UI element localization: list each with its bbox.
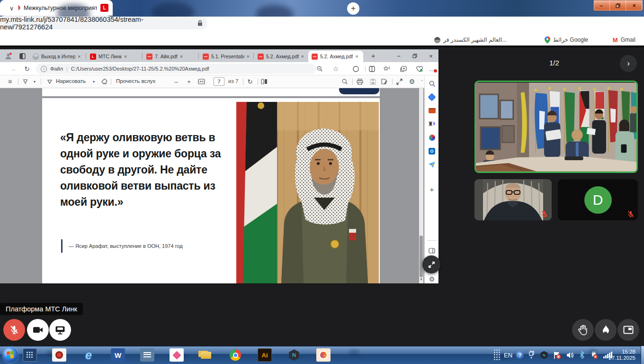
screen-share-button[interactable] (49, 319, 71, 341)
raise-hand-button[interactable] (572, 319, 594, 341)
taskbar-app-browser[interactable]: e (81, 348, 96, 362)
taskbar-app-word[interactable]: W (111, 348, 125, 362)
tray-help-icon[interactable]: ? (515, 346, 525, 364)
edge-tab-aya[interactable]: 7. Айя.pdf × (143, 51, 198, 62)
taskbar-app-folder[interactable] (199, 348, 213, 362)
zoom-out-icon[interactable] (315, 64, 324, 73)
dropdown-caret-icon[interactable]: ▾ (89, 77, 98, 86)
favorite-star-icon[interactable]: ☆ (331, 64, 340, 73)
split-screen-icon[interactable] (367, 64, 376, 73)
print-icon[interactable] (356, 77, 364, 86)
eraser-icon[interactable] (100, 77, 108, 86)
close-tab-icon[interactable]: × (78, 54, 80, 59)
edge-tab-akhmed-active[interactable]: 5.2. Ахмед.pdf × (308, 51, 363, 62)
edge-profile-icon[interactable] (4, 52, 12, 60)
fullscreen-icon[interactable] (395, 77, 403, 86)
zoom-in-button[interactable]: + (185, 77, 193, 86)
fit-width-icon[interactable] (197, 77, 206, 86)
read-aloud-label[interactable]: Прочесть вслух (116, 78, 155, 84)
taskbar-app-photos[interactable] (170, 348, 184, 362)
edge-back-icon[interactable]: ← (9, 64, 18, 73)
close-tab-icon[interactable]: × (180, 54, 183, 59)
page-view-icon[interactable] (260, 77, 268, 86)
rotate-icon[interactable]: ↻ (246, 77, 254, 86)
video-tile-participant-d[interactable]: D (558, 179, 638, 220)
edge-tab-internet[interactable]: Выход в Интернет × (29, 51, 85, 62)
bookmark-item-maps[interactable]: خرائط Google (545, 36, 588, 44)
scrollbar-down-arrow[interactable]: ▾ (419, 276, 424, 282)
sidebar-settings-gear-icon[interactable]: ⚙ (426, 273, 438, 285)
pdf-viewport[interactable]: «Я держу оливковую ветвь в одной руке и … (0, 88, 424, 283)
tray-volume-icon[interactable] (564, 346, 576, 364)
tab-search-button[interactable]: ∨ (5, 1, 18, 15)
minimize-button[interactable]: – (593, 0, 610, 11)
show-desktop-button[interactable] (641, 346, 644, 364)
edge-address-bar[interactable]: i Файл | C:/Users/user253/Desktop/27-11-… (36, 64, 316, 74)
draw-label[interactable]: Нарисовать (56, 78, 86, 84)
taskbar-app-files[interactable] (140, 348, 154, 362)
close-tab-icon[interactable]: × (124, 54, 127, 59)
edge-minimize-button[interactable]: – (394, 52, 403, 60)
search-document-icon[interactable] (340, 77, 349, 86)
sidebar-games-icon[interactable]: ♜♜ (426, 118, 438, 129)
tray-clock[interactable]: 15:28 27.11.2025 (595, 346, 635, 364)
edge-new-tab-button[interactable]: + (369, 52, 377, 60)
taskbar-app-chrome[interactable] (228, 348, 242, 362)
start-button[interactable] (3, 347, 18, 363)
sidebar-outlook-icon[interactable]: O (426, 146, 438, 157)
video-tile-conference-room[interactable] (474, 81, 638, 173)
dropdown-caret-icon[interactable]: ▾ (30, 77, 39, 86)
sidebar-m365-icon[interactable] (426, 132, 438, 143)
reactions-button[interactable] (595, 319, 617, 341)
video-tile-speaker[interactable] (474, 179, 552, 220)
pdf-settings-gear-icon[interactable]: ⚙ (408, 77, 416, 86)
taskbar-app-paint[interactable] (316, 348, 331, 362)
taskbar-app-nox[interactable]: N (287, 348, 301, 362)
address-bar[interactable]: my.mts-link.ru/j/53707841/8238060354/str… (0, 17, 207, 29)
edge-restore-button[interactable] (410, 52, 420, 60)
highlighter-icon[interactable] (21, 77, 29, 86)
microphone-button[interactable] (3, 319, 25, 341)
browser-essentials-icon[interactable] (415, 64, 424, 73)
layout-button[interactable] (617, 319, 639, 341)
draw-pen-icon[interactable] (45, 77, 54, 86)
taskbar-app-illustrator[interactable]: Ai (258, 348, 272, 362)
language-indicator[interactable]: EN (502, 346, 514, 364)
collections-icon[interactable] (383, 64, 391, 73)
edge-close-button[interactable]: × (426, 52, 436, 60)
sidebar-drop-icon[interactable] (426, 159, 438, 170)
sidebar-add-icon[interactable]: + (426, 183, 438, 195)
expand-stage-button[interactable] (422, 255, 440, 273)
tray-nox-icon[interactable]: N (539, 346, 549, 364)
close-button[interactable]: × (626, 0, 643, 11)
close-tab-icon[interactable]: × (247, 54, 250, 59)
restore-button[interactable] (610, 0, 626, 11)
sidebar-toolbox-icon[interactable] (426, 105, 438, 116)
tab-groups-icon[interactable] (399, 64, 408, 73)
tab-actions-icon[interactable] (18, 52, 27, 60)
sidebar-search-icon[interactable] (426, 78, 438, 89)
taskbar-app-remote[interactable] (23, 348, 37, 362)
edge-menu-icon[interactable]: … (428, 64, 437, 73)
taskbar-app-media[interactable] (52, 348, 66, 362)
pdf-scrollbar-thumb[interactable] (420, 236, 423, 277)
bookmark-item[interactable]: العالم الشهير الكسندر فر... (434, 36, 507, 44)
toc-icon[interactable]: ≡ (6, 77, 14, 86)
tray-restore-icon[interactable]: ▾ (527, 346, 536, 364)
close-tab-icon[interactable]: × (301, 54, 304, 59)
save-as-icon[interactable] (380, 77, 389, 86)
edge-tab-presentation[interactable]: 5.1. Presentation C × (199, 51, 253, 62)
close-tab-icon[interactable]: × (355, 54, 358, 59)
save-icon[interactable] (368, 77, 377, 86)
sidebar-panel-icon[interactable] (426, 245, 438, 256)
edge-tab-akhmed-1[interactable]: 5.2. Ахмед.pdf × (254, 51, 307, 62)
new-tab-button[interactable]: + (347, 2, 359, 15)
sidebar-tag-icon[interactable] (426, 91, 438, 103)
bookmark-item-gmail[interactable]: M Gmail (613, 36, 635, 44)
zoom-out-button[interactable]: – (172, 77, 180, 86)
page-number-input[interactable]: 7 (214, 77, 224, 86)
edge-tab-mts[interactable]: L МТС Линк × (87, 51, 142, 62)
camera-button[interactable] (27, 319, 49, 341)
tray-bluetooth-icon[interactable] (577, 346, 587, 364)
tray-action-center-icon[interactable] (551, 346, 563, 364)
